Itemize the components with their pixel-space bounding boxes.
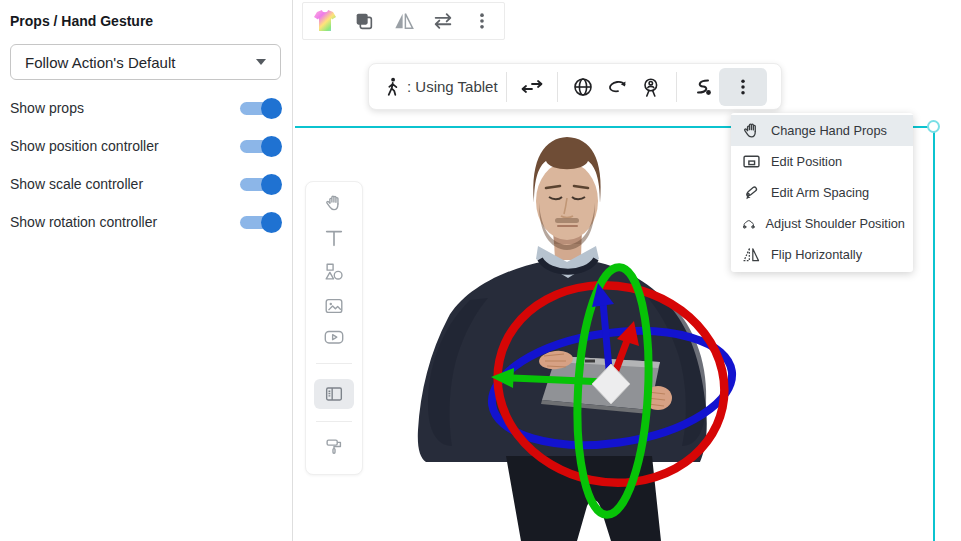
menu-item-label: Adjust Shoulder Position — [766, 216, 905, 231]
toggle-label: Show scale controller — [10, 176, 240, 192]
width-arrows-button[interactable] — [515, 68, 549, 106]
hand-tool-icon — [323, 192, 345, 214]
toggle-row-show-scale: Show scale controller — [10, 172, 282, 196]
show-scale-controller-toggle[interactable] — [240, 173, 282, 195]
walking-person-icon — [381, 75, 403, 99]
avatar-mustache — [555, 218, 579, 223]
motion-path-button[interactable] — [685, 68, 719, 106]
menu-item-edit-arm-spacing[interactable]: Edit Arm Spacing — [731, 177, 913, 208]
shirt-color-button[interactable] — [312, 8, 338, 34]
orbit-globe-button[interactable] — [566, 68, 600, 106]
toggle-label: Show position controller — [10, 138, 240, 154]
menu-item-adjust-shoulder-position[interactable]: Adjust Shoulder Position — [731, 208, 913, 239]
selection-corner-handle[interactable] — [927, 120, 940, 133]
inspect-person-button[interactable] — [634, 68, 668, 106]
show-rotation-controller-toggle[interactable] — [240, 211, 282, 233]
more-vertical-icon — [733, 77, 753, 97]
gizmo-axis-green[interactable] — [512, 378, 606, 382]
object-toolbar — [302, 2, 505, 40]
dropdown-value: Follow Action's Default — [25, 54, 256, 71]
video-tool-icon — [322, 326, 346, 348]
menu-item-change-hand-props[interactable]: Change Hand Props — [731, 115, 913, 146]
toggle-label: Show props — [10, 100, 240, 116]
show-position-controller-toggle[interactable] — [240, 135, 282, 157]
rotate-button[interactable] — [600, 68, 634, 106]
layout-tool-icon — [323, 383, 345, 405]
toolbar-separator — [506, 72, 507, 102]
toggle-label: Show rotation controller — [10, 214, 240, 230]
orbit-globe-icon — [571, 75, 595, 99]
shapes-tool-button[interactable] — [322, 260, 346, 284]
toggle-row-show-rotation: Show rotation controller — [10, 210, 282, 234]
rotate-arrow-icon — [604, 75, 630, 99]
paint-roller-tool-icon — [323, 436, 345, 458]
width-arrows-icon — [519, 75, 545, 99]
video-tool-button[interactable] — [322, 325, 346, 349]
toolbar-separator — [676, 72, 677, 102]
image-tool-button[interactable] — [322, 294, 346, 318]
toggle-row-show-position: Show position controller — [10, 134, 282, 158]
position-frame-icon — [741, 151, 762, 172]
selection-border-right — [933, 127, 935, 541]
shoulders-icon — [741, 213, 757, 234]
duplicate-icon — [353, 10, 375, 32]
layout-tool-button[interactable] — [322, 382, 346, 406]
duplicate-button[interactable] — [351, 8, 377, 34]
arm-cursor-icon — [741, 182, 762, 203]
menu-item-edit-position[interactable]: Edit Position — [731, 146, 913, 177]
menu-item-label: Edit Arm Spacing — [771, 185, 869, 200]
swap-arrows-icon — [432, 10, 454, 32]
panel-title: Props / Hand Gesture — [10, 13, 153, 29]
paint-roller-tool-button[interactable] — [322, 435, 346, 459]
hand-tool-button[interactable] — [322, 191, 346, 215]
palette-divider — [316, 421, 352, 422]
shirt-color-icon — [313, 9, 337, 33]
tool-palette — [305, 181, 363, 475]
current-prop-button[interactable]: : Using Tablet — [381, 75, 498, 99]
more-actions-button[interactable] — [719, 68, 767, 106]
current-prop-label: : Using Tablet — [407, 78, 498, 95]
flip-horizontal-icon — [393, 10, 415, 32]
more-vertical-icon — [472, 11, 492, 31]
menu-item-label: Edit Position — [771, 154, 842, 169]
more-button[interactable] — [469, 8, 495, 34]
toolbar-separator — [557, 72, 558, 102]
swap-button[interactable] — [430, 8, 456, 34]
avatar-canvas[interactable] — [395, 90, 785, 541]
props-hand-gesture-screen: { "panel": { "title": "Props / Hand Gest… — [0, 0, 961, 541]
toggle-row-show-props: Show props — [10, 96, 282, 120]
hand-gesture-dropdown[interactable]: Follow Action's Default — [10, 44, 281, 80]
inspect-person-icon — [639, 75, 663, 99]
image-tool-icon — [323, 295, 345, 317]
flip-button[interactable] — [391, 8, 417, 34]
menu-item-label: Flip Horizontally — [771, 247, 862, 262]
flip-triangles-icon — [741, 244, 762, 265]
chevron-down-icon — [256, 59, 266, 65]
menu-item-label: Change Hand Props — [771, 123, 887, 138]
show-props-toggle[interactable] — [240, 97, 282, 119]
motion-path-icon — [689, 75, 715, 99]
palette-divider — [316, 363, 352, 364]
props-settings-panel: Props / Hand Gesture Follow Action's Def… — [0, 0, 292, 541]
menu-item-flip-horizontally[interactable]: Flip Horizontally — [731, 239, 913, 270]
text-tool-button[interactable] — [322, 226, 346, 250]
hand-props-context-menu: Change Hand Props Edit Position Edit Arm… — [731, 113, 913, 272]
action-toolbar: : Using Tablet — [368, 63, 782, 110]
shapes-tool-icon — [323, 261, 345, 283]
hand-icon — [741, 120, 762, 141]
text-tool-icon — [323, 227, 345, 249]
